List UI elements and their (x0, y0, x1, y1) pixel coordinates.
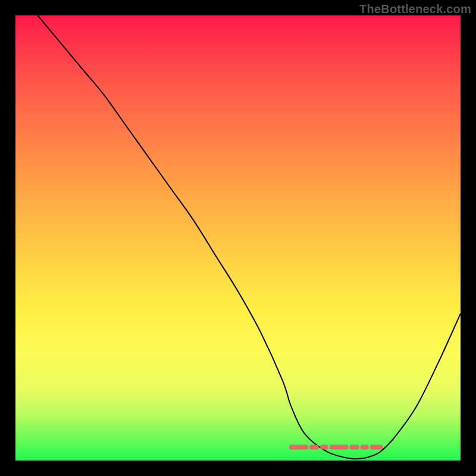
chart-frame: TheBottleneck.com (0, 0, 476, 476)
curve-svg (15, 15, 461, 461)
plot-area (15, 15, 461, 461)
bottleneck-curve (37, 15, 461, 459)
watermark-label: TheBottleneck.com (359, 2, 471, 16)
